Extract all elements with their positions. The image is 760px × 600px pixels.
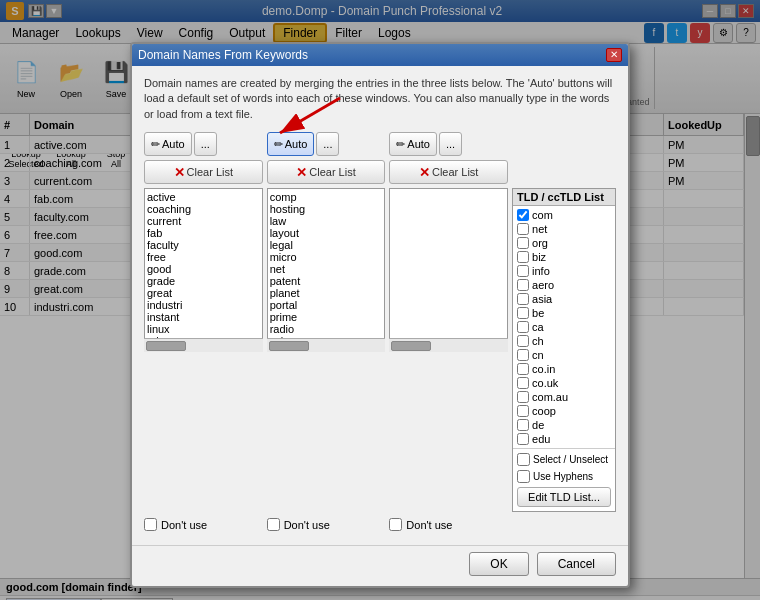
list-item: coaching [147, 203, 260, 215]
select-unselect-checkbox[interactable] [517, 453, 530, 466]
dont-use-checkbox-1[interactable] [144, 518, 157, 531]
list-3-hscroll[interactable] [389, 338, 508, 352]
tld-item-info[interactable]: info [515, 264, 613, 278]
clear-list-label-2: Clear List [309, 166, 355, 178]
dont-use-checkbox-3[interactable] [389, 518, 402, 531]
list-item: net [270, 263, 383, 275]
dialog-footer: OK Cancel [132, 545, 628, 586]
auto-buttons-row: ✏ Auto ... ✏ Auto ... ✏ [144, 132, 616, 156]
tld-item-org[interactable]: org [515, 236, 613, 250]
dont-use-label-3: Don't use [406, 519, 452, 531]
edit-tld-list-button[interactable]: Edit TLD List... [517, 487, 611, 507]
tld-check-net[interactable] [517, 223, 529, 235]
tld-check-edu[interactable] [517, 433, 529, 445]
list-2-hscroll[interactable] [267, 338, 386, 352]
dots-button-1[interactable]: ... [194, 132, 217, 156]
hscroll-thumb-1 [146, 341, 186, 351]
dialog-overlay: Domain Names From Keywords ✕ Domain name… [0, 0, 760, 600]
tld-check-de[interactable] [517, 419, 529, 431]
hscroll-thumb-2 [269, 341, 309, 351]
list-3-container [389, 188, 508, 338]
dialog-content: Domain names are created by merging the … [132, 66, 628, 545]
tld-check-aero[interactable] [517, 279, 529, 291]
dont-use-checkbox-2[interactable] [267, 518, 280, 531]
dots-button-2[interactable]: ... [316, 132, 339, 156]
list-item: radio [270, 323, 383, 335]
clear-x-icon-1: ✕ [174, 165, 185, 180]
dont-use-tld-spacer [512, 518, 616, 531]
tld-item-com-au[interactable]: com.au [515, 390, 613, 404]
clear-list-button-3[interactable]: ✕ Clear List [389, 160, 508, 184]
dont-use-label-1: Don't use [161, 519, 207, 531]
use-hyphens-check[interactable]: Use Hyphens [517, 470, 611, 483]
clear-list-row: ✕ Clear List ✕ Clear List ✕ Clear List [144, 160, 616, 184]
tld-item-asia[interactable]: asia [515, 292, 613, 306]
auto-icon-1: ✏ [151, 138, 160, 151]
tld-check-org[interactable] [517, 237, 529, 249]
list-item: linux [147, 323, 260, 335]
tld-item-cn[interactable]: cn [515, 348, 613, 362]
dont-use-3: Don't use [389, 518, 508, 531]
tld-panel-buttons: Select / Unselect Use Hyphens Edit TLD L… [513, 448, 615, 511]
tld-list[interactable]: com net org biz info aero asia be ca ch … [513, 206, 615, 448]
clear-list-button-1[interactable]: ✕ Clear List [144, 160, 263, 184]
auto-label-1: Auto [162, 138, 185, 150]
tld-check-ch[interactable] [517, 335, 529, 347]
select-unselect-check[interactable]: Select / Unselect [517, 453, 611, 466]
ok-button[interactable]: OK [469, 552, 528, 576]
tld-item-net[interactable]: net [515, 222, 613, 236]
tld-item-biz[interactable]: biz [515, 250, 613, 264]
tld-check-asia[interactable] [517, 293, 529, 305]
clear-x-icon-3: ✕ [419, 165, 430, 180]
clear-x-icon-2: ✕ [296, 165, 307, 180]
use-hyphens-checkbox[interactable] [517, 470, 530, 483]
list-col-3 [389, 188, 508, 512]
tld-item-com[interactable]: com [515, 208, 613, 222]
list-item: prime [270, 311, 383, 323]
list-2-container: comp hosting law layout legal micro net … [267, 188, 386, 338]
list-box-1[interactable]: active coaching current fab faculty free… [144, 188, 263, 348]
tld-spacer [512, 132, 616, 156]
tld-item-coop[interactable]: coop [515, 404, 613, 418]
list-box-2[interactable]: comp hosting law layout legal micro net … [267, 188, 386, 348]
tld-item-edu[interactable]: edu [515, 432, 613, 446]
auto-button-2[interactable]: ✏ Auto [267, 132, 315, 156]
dots-button-3[interactable]: ... [439, 132, 462, 156]
list-item: instant [147, 311, 260, 323]
tld-item-co-in[interactable]: co.in [515, 362, 613, 376]
clear-list-label-3: Clear List [432, 166, 478, 178]
tld-item-ch[interactable]: ch [515, 334, 613, 348]
tld-check-ca[interactable] [517, 321, 529, 333]
tld-check-info[interactable] [517, 265, 529, 277]
tld-item-be[interactable]: be [515, 306, 613, 320]
list-1-hscroll[interactable] [144, 338, 263, 352]
tld-item-ca[interactable]: ca [515, 320, 613, 334]
hscroll-thumb-3 [391, 341, 431, 351]
tld-panel: TLD / ccTLD List com net org biz info ae… [512, 188, 616, 512]
dialog-close-button[interactable]: ✕ [606, 48, 622, 62]
clear-list-button-2[interactable]: ✕ Clear List [267, 160, 386, 184]
clear-list-label-1: Clear List [187, 166, 233, 178]
cancel-button[interactable]: Cancel [537, 552, 616, 576]
tld-item-co-uk[interactable]: co.uk [515, 376, 613, 390]
auto-button-1[interactable]: ✏ Auto [144, 132, 192, 156]
tld-check-biz[interactable] [517, 251, 529, 263]
tld-check-co-uk[interactable] [517, 377, 529, 389]
lists-with-tld: active coaching current fab faculty free… [144, 188, 616, 512]
tld-item-aero[interactable]: aero [515, 278, 613, 292]
list-item: faculty [147, 239, 260, 251]
tld-check-co-in[interactable] [517, 363, 529, 375]
tld-check-com-au[interactable] [517, 391, 529, 403]
list-item: industri [147, 299, 260, 311]
list-item: micro [270, 251, 383, 263]
auto-button-3[interactable]: ✏ Auto [389, 132, 437, 156]
tld-check-cn[interactable] [517, 349, 529, 361]
list-box-3[interactable] [389, 188, 508, 348]
tld-check-be[interactable] [517, 307, 529, 319]
auto-icon-3: ✏ [396, 138, 405, 151]
keywords-dialog: Domain Names From Keywords ✕ Domain name… [130, 42, 630, 588]
tld-item-de[interactable]: de [515, 418, 613, 432]
auto-group-2: ✏ Auto ... [267, 132, 386, 156]
tld-check-com[interactable] [517, 209, 529, 221]
tld-check-coop[interactable] [517, 405, 529, 417]
